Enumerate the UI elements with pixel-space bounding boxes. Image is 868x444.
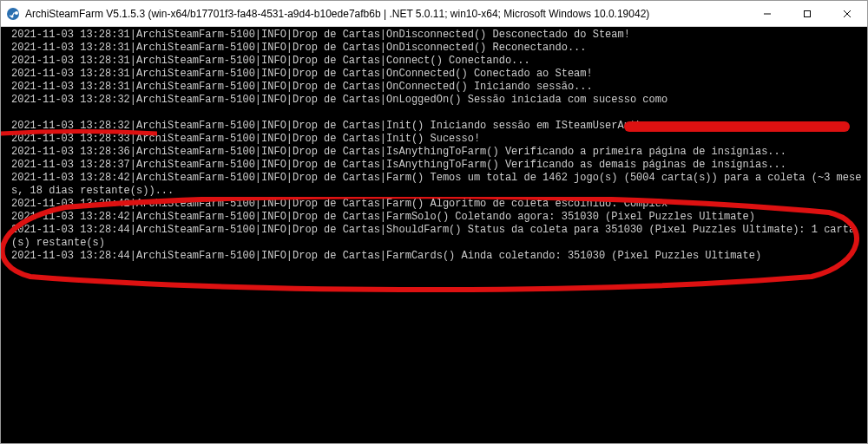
log-line: 2021-11-03 13:28:31|ArchiSteamFarm-5100|… (11, 42, 587, 54)
log-line: 2021-11-03 13:28:32|ArchiSteamFarm-5100|… (11, 94, 667, 106)
log-line: 2021-11-03 13:28:31|ArchiSteamFarm-5100|… (11, 81, 593, 93)
log-line: 2021-11-03 13:28:32|ArchiSteamFarm-5100|… (11, 120, 661, 132)
titlebar[interactable]: ArchiSteamFarm V5.1.5.3 (win-x64/b17701f… (1, 1, 867, 27)
svg-rect-4 (805, 10, 811, 16)
svg-point-2 (11, 15, 14, 17)
log-line: 2021-11-03 13:28:36|ArchiSteamFarm-5100|… (11, 146, 786, 158)
log-line: 2021-11-03 13:28:31|ArchiSteamFarm-5100|… (11, 55, 530, 67)
log-line: 2021-11-03 13:28:42|ArchiSteamFarm-5100|… (11, 172, 861, 197)
svg-point-1 (15, 11, 18, 15)
minimize-button[interactable] (747, 1, 787, 26)
log-line: 2021-11-03 13:28:31|ArchiSteamFarm-5100|… (11, 68, 593, 80)
log-line: 2021-11-03 13:28:31|ArchiSteamFarm-5100|… (11, 29, 630, 41)
window-controls (747, 1, 867, 26)
maximize-button[interactable] (787, 1, 827, 26)
close-button[interactable] (827, 1, 867, 26)
log-line: 2021-11-03 13:28:44|ArchiSteamFarm-5100|… (11, 250, 761, 262)
window-title: ArchiSteamFarm V5.1.5.3 (win-x64/b17701f… (25, 8, 747, 20)
app-window: ArchiSteamFarm V5.1.5.3 (win-x64/b17701f… (0, 0, 868, 444)
log-line: 2021-11-03 13:28:44|ArchiSteamFarm-5100|… (11, 224, 855, 249)
app-icon (6, 7, 20, 21)
log-line: 2021-11-03 13:28:42|ArchiSteamFarm-5100|… (11, 211, 755, 223)
console-output[interactable]: 2021-11-03 13:28:31|ArchiSteamFarm-5100|… (1, 27, 867, 443)
log-line: 2021-11-03 13:28:37|ArchiSteamFarm-5100|… (11, 159, 786, 171)
log-line: 2021-11-03 13:28:42|ArchiSteamFarm-5100|… (11, 198, 667, 210)
log-line: 2021-11-03 13:28:33|ArchiSteamFarm-5100|… (11, 133, 480, 145)
